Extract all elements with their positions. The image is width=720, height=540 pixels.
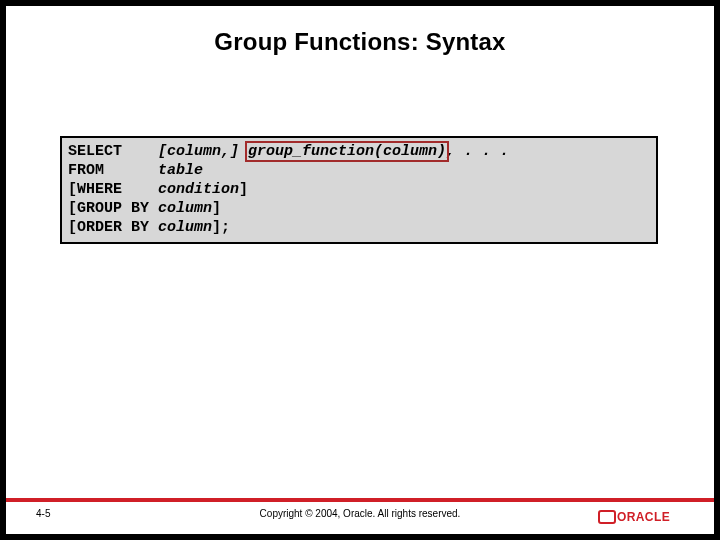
code-line-groupby: [GROUP BY column] [68, 199, 650, 218]
pad [149, 200, 158, 217]
arg-group-function: group_function(column) [248, 143, 446, 160]
bracket-close: ] [212, 200, 221, 217]
code-line-from: FROM table [68, 161, 650, 180]
pad [104, 162, 158, 179]
keyword-group-by: [GROUP BY [68, 200, 149, 217]
sp [239, 143, 248, 160]
arg-order-column: column [158, 219, 212, 236]
keyword-order-by: [ORDER BY [68, 219, 149, 236]
arg-condition: condition [158, 181, 239, 198]
arg-tail: , . . . [446, 143, 509, 160]
oracle-logo-icon [598, 510, 616, 524]
highlight-group-function: group_function(column) [248, 142, 446, 161]
code-line-where: [WHERE condition] [68, 180, 650, 199]
oracle-logo-text: ORACLE [617, 510, 670, 524]
code-line-select: SELECT [column,] group_function(column),… [68, 142, 650, 161]
oracle-logo: ORACLE [598, 507, 690, 523]
pad [122, 143, 158, 160]
slide: Group Functions: Syntax SELECT [column,]… [6, 6, 714, 534]
keyword-select: SELECT [68, 143, 122, 160]
terminator: ]; [212, 219, 230, 236]
arg-column-list: [column,] [158, 143, 239, 160]
syntax-code-block: SELECT [column,] group_function(column),… [60, 136, 658, 244]
keyword-from: FROM [68, 162, 104, 179]
code-line-orderby: [ORDER BY column]; [68, 218, 650, 237]
arg-table: table [158, 162, 203, 179]
arg-group-column: column [158, 200, 212, 217]
slide-title: Group Functions: Syntax [6, 28, 714, 56]
pad [122, 181, 158, 198]
footer-divider [6, 498, 714, 502]
pad [149, 219, 158, 236]
keyword-where: [WHERE [68, 181, 122, 198]
bracket-close: ] [239, 181, 248, 198]
